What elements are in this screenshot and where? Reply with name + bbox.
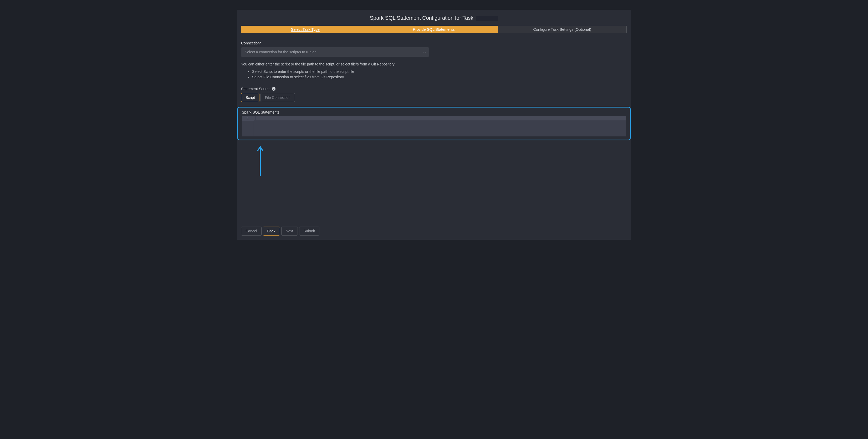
line-number-1: 1 xyxy=(242,116,254,121)
statement-source-label: Statement Source i xyxy=(241,87,627,91)
tab-configure-task-settings[interactable]: Configure Task Settings (Optional) xyxy=(498,26,627,33)
config-panel: Spark SQL Statement Configuration for Ta… xyxy=(237,10,631,240)
connection-select[interactable]: Select a connection for the script/s to … xyxy=(241,47,429,57)
tab-provide-sql-statements[interactable]: Provide SQL Statements xyxy=(370,26,498,33)
info-icon[interactable]: i xyxy=(272,87,276,91)
back-button[interactable]: Back xyxy=(263,227,280,236)
footer-buttons: Cancel Back Next Submit xyxy=(241,227,627,236)
help-item-script: Select Script to enter the scripts or th… xyxy=(252,69,627,74)
cancel-button[interactable]: Cancel xyxy=(241,227,261,236)
page-title: Spark SQL Statement Configuration for Ta… xyxy=(241,15,627,21)
statement-source-text: Statement Source xyxy=(241,87,271,91)
editor-textarea[interactable] xyxy=(254,116,626,136)
editor-padding-area xyxy=(241,177,627,210)
help-list: Select Script to enter the scripts or th… xyxy=(241,69,627,80)
connection-label: Connection* xyxy=(241,41,627,45)
connection-select-wrap: Select a connection for the script/s to … xyxy=(241,47,429,57)
editor-gutter: 1 xyxy=(242,116,254,136)
toggle-file-connection[interactable]: File Connection xyxy=(260,93,295,102)
connection-row: Select a connection for the script/s to … xyxy=(241,47,627,57)
submit-button[interactable]: Submit xyxy=(299,227,320,236)
top-divider xyxy=(5,3,863,3)
statements-highlight-annotation: Spark SQL Statements 1 xyxy=(237,107,631,140)
sql-editor[interactable]: 1 xyxy=(242,116,626,136)
toggle-script[interactable]: Script xyxy=(241,93,259,102)
editor-current-line xyxy=(254,116,626,120)
task-name-redacted xyxy=(476,16,498,21)
editor-cursor xyxy=(255,116,255,120)
page-title-text: Spark SQL Statement Configuration for Ta… xyxy=(370,15,473,21)
help-item-file-connection: Select File Connection to select files f… xyxy=(252,74,627,80)
progress-tabs: Select Task Type Provide SQL Statements … xyxy=(241,26,627,33)
statements-label: Spark SQL Statements xyxy=(242,110,626,114)
tab-select-task-type[interactable]: Select Task Type xyxy=(241,26,370,33)
next-button[interactable]: Next xyxy=(281,227,298,236)
help-intro: You can either enter the script or the f… xyxy=(241,62,627,66)
annotation-arrow xyxy=(256,145,627,177)
statement-source-toggle: Script File Connection xyxy=(241,93,627,102)
